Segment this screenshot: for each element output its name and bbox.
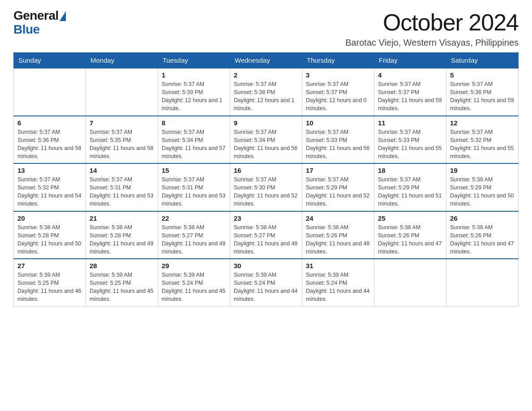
day-number: 23 [234,214,298,222]
day-number: 10 [306,119,370,127]
day-info: Sunrise: 5:38 AMSunset: 5:29 PMDaylight:… [450,176,515,208]
day-number: 28 [90,262,154,270]
day-cell: 15Sunrise: 5:37 AMSunset: 5:31 PMDayligh… [158,163,230,211]
column-header-wednesday: Wednesday [230,53,302,68]
day-number: 2 [234,71,298,79]
day-cell: 12Sunrise: 5:37 AMSunset: 5:32 PMDayligh… [446,116,519,164]
title-section: October 2024 Barotac Viejo, Western Visa… [345,9,519,48]
day-info: Sunrise: 5:37 AMSunset: 5:36 PMDaylight:… [17,128,82,161]
day-number: 16 [234,167,298,174]
header-row: SundayMondayTuesdayWednesdayThursdayFrid… [14,53,519,68]
day-cell: 23Sunrise: 5:38 AMSunset: 5:27 PMDayligh… [230,211,302,259]
day-number: 1 [162,71,226,79]
day-number: 9 [234,119,298,127]
day-info: Sunrise: 5:39 AMSunset: 5:24 PMDaylight:… [306,271,370,304]
day-cell: 5Sunrise: 5:37 AMSunset: 5:36 PMDaylight… [446,68,519,116]
day-number: 15 [162,167,226,174]
day-info: Sunrise: 5:39 AMSunset: 5:25 PMDaylight:… [17,271,82,304]
day-cell: 9Sunrise: 5:37 AMSunset: 5:34 PMDaylight… [230,116,302,164]
day-cell: 3Sunrise: 5:37 AMSunset: 5:37 PMDaylight… [302,68,374,116]
day-info: Sunrise: 5:38 AMSunset: 5:28 PMDaylight:… [90,223,154,256]
calendar-table: SundayMondayTuesdayWednesdayThursdayFrid… [13,52,519,307]
logo-text: General Blue [13,9,66,37]
day-info: Sunrise: 5:37 AMSunset: 5:36 PMDaylight:… [450,80,515,113]
day-number: 26 [450,214,515,222]
calendar-header: SundayMondayTuesdayWednesdayThursdayFrid… [14,53,519,68]
day-number: 12 [450,119,515,127]
column-header-saturday: Saturday [446,53,519,68]
day-cell: 25Sunrise: 5:38 AMSunset: 5:26 PMDayligh… [374,211,446,259]
day-cell: 17Sunrise: 5:37 AMSunset: 5:29 PMDayligh… [302,163,374,211]
day-cell: 6Sunrise: 5:37 AMSunset: 5:36 PMDaylight… [14,116,86,164]
day-number: 17 [306,167,370,174]
logo-triangle-icon [60,11,66,21]
day-info: Sunrise: 5:38 AMSunset: 5:26 PMDaylight:… [450,223,515,256]
day-info: Sunrise: 5:37 AMSunset: 5:29 PMDaylight:… [378,176,442,208]
day-cell: 13Sunrise: 5:37 AMSunset: 5:32 PMDayligh… [14,163,86,211]
day-info: Sunrise: 5:38 AMSunset: 5:26 PMDaylight:… [306,223,370,256]
day-cell: 14Sunrise: 5:37 AMSunset: 5:31 PMDayligh… [86,163,158,211]
day-info: Sunrise: 5:37 AMSunset: 5:32 PMDaylight:… [17,176,82,208]
day-info: Sunrise: 5:37 AMSunset: 5:30 PMDaylight:… [234,176,298,208]
day-number: 30 [234,262,298,270]
day-cell: 4Sunrise: 5:37 AMSunset: 5:37 PMDaylight… [374,68,446,116]
day-cell [86,68,158,116]
day-cell: 1Sunrise: 5:37 AMSunset: 5:39 PMDaylight… [158,68,230,116]
day-number: 25 [378,214,442,222]
day-info: Sunrise: 5:38 AMSunset: 5:28 PMDaylight:… [17,223,82,256]
day-number: 4 [378,71,442,79]
day-number: 20 [17,214,82,222]
day-info: Sunrise: 5:37 AMSunset: 5:37 PMDaylight:… [306,80,370,113]
day-cell: 22Sunrise: 5:38 AMSunset: 5:27 PMDayligh… [158,211,230,259]
day-number: 6 [17,119,82,127]
week-row-4: 20Sunrise: 5:38 AMSunset: 5:28 PMDayligh… [14,211,519,259]
day-number: 7 [90,119,154,127]
column-header-tuesday: Tuesday [158,53,230,68]
day-info: Sunrise: 5:37 AMSunset: 5:29 PMDaylight:… [306,176,370,208]
day-info: Sunrise: 5:37 AMSunset: 5:38 PMDaylight:… [234,80,298,113]
column-header-monday: Monday [86,53,158,68]
day-cell: 10Sunrise: 5:37 AMSunset: 5:33 PMDayligh… [302,116,374,164]
day-cell: 29Sunrise: 5:39 AMSunset: 5:24 PMDayligh… [158,259,230,306]
day-info: Sunrise: 5:38 AMSunset: 5:26 PMDaylight:… [378,223,442,256]
column-header-friday: Friday [374,53,446,68]
week-row-1: 1Sunrise: 5:37 AMSunset: 5:39 PMDaylight… [14,68,519,116]
column-header-thursday: Thursday [302,53,374,68]
day-info: Sunrise: 5:39 AMSunset: 5:24 PMDaylight:… [234,271,298,304]
day-number: 24 [306,214,370,222]
day-cell [374,259,446,306]
day-number: 19 [450,167,515,174]
day-number: 8 [162,119,226,127]
day-cell: 27Sunrise: 5:39 AMSunset: 5:25 PMDayligh… [14,259,86,306]
day-cell: 31Sunrise: 5:39 AMSunset: 5:24 PMDayligh… [302,259,374,306]
day-info: Sunrise: 5:38 AMSunset: 5:27 PMDaylight:… [234,223,298,256]
month-title: October 2024 [345,9,519,36]
day-cell: 18Sunrise: 5:37 AMSunset: 5:29 PMDayligh… [374,163,446,211]
day-info: Sunrise: 5:37 AMSunset: 5:34 PMDaylight:… [234,128,298,161]
day-cell: 19Sunrise: 5:38 AMSunset: 5:29 PMDayligh… [446,163,519,211]
logo: General Blue [13,9,66,37]
week-row-5: 27Sunrise: 5:39 AMSunset: 5:25 PMDayligh… [14,259,519,306]
day-cell [446,259,519,306]
day-cell: 21Sunrise: 5:38 AMSunset: 5:28 PMDayligh… [86,211,158,259]
day-info: Sunrise: 5:39 AMSunset: 5:24 PMDaylight:… [162,271,226,304]
day-number: 18 [378,167,442,174]
day-info: Sunrise: 5:38 AMSunset: 5:27 PMDaylight:… [162,223,226,256]
day-info: Sunrise: 5:37 AMSunset: 5:33 PMDaylight:… [306,128,370,161]
day-info: Sunrise: 5:37 AMSunset: 5:34 PMDaylight:… [162,128,226,161]
day-number: 31 [306,262,370,270]
week-row-3: 13Sunrise: 5:37 AMSunset: 5:32 PMDayligh… [14,163,519,211]
day-number: 29 [162,262,226,270]
week-row-2: 6Sunrise: 5:37 AMSunset: 5:36 PMDaylight… [14,116,519,164]
day-cell [14,68,86,116]
location-title: Barotac Viejo, Western Visayas, Philippi… [345,38,519,48]
day-info: Sunrise: 5:37 AMSunset: 5:33 PMDaylight:… [378,128,442,161]
day-number: 5 [450,71,515,79]
day-cell: 7Sunrise: 5:37 AMSunset: 5:35 PMDaylight… [86,116,158,164]
day-cell: 24Sunrise: 5:38 AMSunset: 5:26 PMDayligh… [302,211,374,259]
day-info: Sunrise: 5:37 AMSunset: 5:32 PMDaylight:… [450,128,515,161]
day-info: Sunrise: 5:37 AMSunset: 5:35 PMDaylight:… [90,128,154,161]
day-number: 22 [162,214,226,222]
day-number: 3 [306,71,370,79]
column-header-sunday: Sunday [14,53,86,68]
